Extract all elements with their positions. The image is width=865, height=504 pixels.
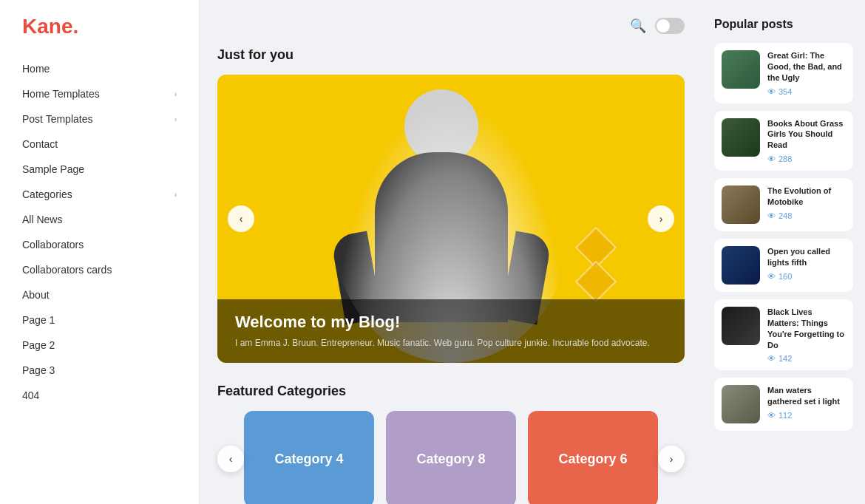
chevron-down-icon: › bbox=[174, 115, 177, 123]
chevron-down-icon: › bbox=[174, 90, 177, 98]
hero-prev-button[interactable]: ‹ bbox=[228, 205, 254, 232]
post-thumbnail bbox=[722, 307, 760, 345]
popular-post-item[interactable]: Open you called lights fifth👁160 bbox=[714, 239, 853, 292]
post-thumbnail bbox=[722, 50, 760, 89]
sidebar-item-collaborators[interactable]: Collaborators bbox=[0, 232, 199, 257]
post-title: Great Girl: The Good, the Bad, and the U… bbox=[767, 50, 846, 84]
post-views: 👁142 bbox=[767, 354, 846, 363]
search-button[interactable]: 🔍 bbox=[630, 18, 646, 34]
category-card[interactable]: Category 8 bbox=[386, 411, 516, 504]
hero-caption: Welcome to my Blog! I am Emma J. Bruun. … bbox=[217, 299, 685, 363]
post-thumbnail bbox=[722, 118, 760, 157]
eye-icon: 👁 bbox=[767, 411, 776, 420]
nav-item-label: Home Templates bbox=[22, 88, 100, 100]
navigation: HomeHome Templates›Post Templates›Contac… bbox=[0, 56, 199, 408]
chevron-down-icon: › bbox=[174, 191, 177, 199]
sidebar-item-collaborators-cards[interactable]: Collaborators cards bbox=[0, 257, 199, 282]
post-views: 👁160 bbox=[767, 272, 846, 281]
view-count: 112 bbox=[778, 411, 792, 420]
hero-section-title: Just for you bbox=[217, 47, 685, 63]
eye-icon: 👁 bbox=[767, 211, 776, 220]
sidebar-item-categories[interactable]: Categories› bbox=[0, 182, 199, 207]
nav-item-label: Collaborators bbox=[22, 239, 84, 251]
logo: Kane. bbox=[0, 15, 199, 56]
post-thumbnail bbox=[722, 385, 760, 423]
nav-item-label: Post Templates bbox=[22, 113, 92, 125]
popular-post-item[interactable]: Great Girl: The Good, the Bad, and the U… bbox=[714, 43, 853, 103]
logo-dot: . bbox=[72, 15, 78, 38]
hero-title: Welcome to my Blog! bbox=[235, 313, 667, 332]
popular-post-item[interactable]: The Evolution of Motobike👁248 bbox=[714, 178, 853, 231]
popular-post-item[interactable]: Books About Grass Girls You Should Read👁… bbox=[714, 111, 853, 171]
sidebar: Kane. HomeHome Templates›Post Templates›… bbox=[0, 0, 200, 504]
main-content: 🔍 Just for you bbox=[200, 0, 702, 504]
nav-item-label: Categories bbox=[22, 188, 72, 200]
nav-item-label: Collaborators cards bbox=[22, 264, 112, 276]
eye-icon: 👁 bbox=[767, 87, 776, 96]
nav-item-label: Home bbox=[22, 63, 50, 75]
nav-item-label: Page 1 bbox=[22, 314, 55, 326]
sidebar-item-404[interactable]: 404 bbox=[0, 383, 199, 408]
categories-slider: ‹ Category 4Category 8Category 6 › bbox=[217, 411, 685, 504]
sidebar-item-about[interactable]: About bbox=[0, 282, 199, 307]
post-title: Black Lives Matters: Things You're Forge… bbox=[767, 307, 846, 350]
popular-post-item[interactable]: Man waters gathered set i light👁112 bbox=[714, 378, 853, 431]
categories-grid: Category 4Category 8Category 6 bbox=[244, 411, 658, 504]
post-title: Books About Grass Girls You Should Read bbox=[767, 118, 846, 151]
categories-prev-button[interactable]: ‹ bbox=[217, 446, 244, 472]
post-title: The Evolution of Motobike bbox=[767, 185, 846, 208]
sidebar-item-home[interactable]: Home bbox=[0, 56, 199, 81]
nav-item-label: About bbox=[22, 289, 50, 301]
post-views: 👁248 bbox=[767, 211, 846, 220]
sidebar-item-page-3[interactable]: Page 3 bbox=[0, 358, 199, 383]
eye-icon: 👁 bbox=[767, 272, 776, 281]
category-card[interactable]: Category 6 bbox=[528, 411, 658, 504]
sidebar-item-home-templates[interactable]: Home Templates› bbox=[0, 81, 199, 106]
post-thumbnail bbox=[722, 185, 760, 224]
view-count: 248 bbox=[778, 211, 792, 220]
post-views: 👁112 bbox=[767, 411, 846, 420]
view-count: 160 bbox=[778, 272, 792, 281]
nav-item-label: Page 3 bbox=[22, 364, 55, 376]
sidebar-item-contact[interactable]: Contact bbox=[0, 132, 199, 157]
eye-icon: 👁 bbox=[767, 354, 776, 363]
popular-post-item[interactable]: Black Lives Matters: Things You're Forge… bbox=[714, 299, 853, 370]
sidebar-item-sample-page[interactable]: Sample Page bbox=[0, 157, 199, 182]
nav-item-label: All News bbox=[22, 214, 62, 225]
popular-posts-list: Great Girl: The Good, the Bad, and the U… bbox=[714, 43, 853, 431]
eye-icon: 👁 bbox=[767, 154, 776, 163]
popular-posts-title: Popular posts bbox=[714, 18, 853, 31]
post-thumbnail bbox=[722, 246, 760, 285]
hero-description: I am Emma J. Bruun. Entrepreneur. Music … bbox=[235, 336, 667, 350]
categories-next-button[interactable]: › bbox=[658, 446, 685, 472]
post-views: 👁354 bbox=[767, 87, 846, 96]
nav-item-label: Sample Page bbox=[22, 163, 84, 175]
nav-item-label: Contact bbox=[22, 138, 58, 150]
sidebar-item-all-news[interactable]: All News bbox=[0, 207, 199, 232]
nav-item-label: Page 2 bbox=[22, 339, 55, 351]
sidebar-item-post-templates[interactable]: Post Templates› bbox=[0, 106, 199, 132]
view-count: 354 bbox=[778, 87, 792, 96]
dark-mode-toggle[interactable] bbox=[655, 18, 685, 34]
logo-text: Kane bbox=[22, 15, 72, 38]
toggle-dot bbox=[657, 19, 670, 33]
nav-item-label: 404 bbox=[22, 389, 39, 401]
hero-slider: Welcome to my Blog! I am Emma J. Bruun. … bbox=[217, 75, 685, 363]
sidebar-item-page-2[interactable]: Page 2 bbox=[0, 333, 199, 358]
category-card[interactable]: Category 4 bbox=[244, 411, 374, 504]
hero-next-button[interactable]: › bbox=[648, 205, 674, 232]
view-count: 142 bbox=[778, 354, 792, 363]
sidebar-item-page-1[interactable]: Page 1 bbox=[0, 307, 199, 333]
post-title: Open you called lights fifth bbox=[767, 246, 846, 268]
right-sidebar: Popular posts Great Girl: The Good, the … bbox=[702, 0, 865, 504]
post-views: 👁288 bbox=[767, 154, 846, 163]
view-count: 288 bbox=[778, 154, 792, 163]
post-title: Man waters gathered set i light bbox=[767, 385, 846, 407]
categories-section-title: Featured Categories bbox=[217, 384, 685, 399]
